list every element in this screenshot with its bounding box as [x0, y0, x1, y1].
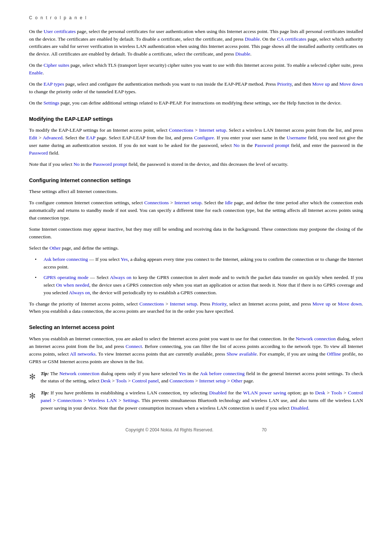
config-internet-heading: Configuring Internet connection settings — [29, 176, 363, 184]
ask-before-link[interactable]: Ask before connecting — [44, 257, 88, 262]
config-internet-para1: To configure common Internet connection … — [29, 199, 363, 222]
footer-copyright: Copyright © 2004 Nokia. All Rights Reser… — [125, 427, 213, 432]
offline-link[interactable]: Offline — [327, 351, 341, 357]
bullet-gprs-mode: GPRS operating mode — Select Always on t… — [40, 274, 363, 297]
config-internet-intro: These settings affect all Internet conne… — [29, 188, 363, 196]
gprs-mode-link[interactable]: GPRS operating mode — [44, 275, 89, 280]
config-internet-para3: Select the Other page, and define the se… — [29, 245, 363, 252]
network-connection-link[interactable]: Network connection — [296, 336, 336, 341]
config-bullet-list: Ask before connecting — If you select Ye… — [40, 256, 363, 297]
edit-link[interactable]: Edit — [29, 135, 37, 140]
password-prompt2-link[interactable]: Password prompt — [93, 161, 127, 167]
ask-before2-link[interactable]: Ask before connecting — [200, 371, 245, 376]
settings-link[interactable]: Settings — [44, 100, 60, 106]
tip2-box: ✻ Tip: If you have problems in establish… — [29, 389, 363, 412]
tip2-icon: ✻ — [29, 390, 36, 402]
enable-link[interactable]: Enable — [29, 70, 42, 75]
user-certificates-link[interactable]: User certificates — [44, 29, 75, 34]
internet-setup2-link[interactable]: Internet setup — [175, 200, 201, 205]
other1-link[interactable]: Other — [49, 245, 61, 251]
no1-link[interactable]: No — [233, 143, 240, 148]
bullet-ask-before: Ask before connecting — If you select Ye… — [40, 256, 363, 271]
wireless-lan-link[interactable]: Wireless LAN — [88, 398, 117, 403]
eap-types-link[interactable]: EAP types — [44, 81, 64, 87]
eap-types-paragraph: On the EAP types page, select and config… — [29, 81, 363, 96]
move-down-link[interactable]: Move down — [339, 81, 363, 87]
desk2-link[interactable]: Desk — [315, 390, 325, 395]
tip1-text: Tip: The Network connection dialog opens… — [41, 370, 363, 385]
priority-link[interactable]: Priority — [277, 81, 291, 87]
select-access-para1: When you establish an Internet connectio… — [29, 335, 363, 366]
internet-setup4-link[interactable]: Internet setup — [199, 378, 226, 383]
wlan-power-link[interactable]: WLAN power saving — [243, 390, 286, 395]
no2-link[interactable]: No — [74, 161, 80, 167]
yes2-link[interactable]: Yes — [179, 371, 186, 376]
disabled1-link[interactable]: Disabled — [209, 390, 226, 395]
configure-link[interactable]: Configure — [194, 135, 214, 140]
always-on1-link[interactable]: Always on — [110, 275, 131, 280]
show-available-link[interactable]: Show available — [226, 351, 257, 357]
internet-setup1-link[interactable]: Internet setup — [199, 127, 226, 133]
yes1-link[interactable]: Yes — [121, 257, 128, 262]
config-internet-para4: To change the priority of Internet acces… — [29, 300, 363, 316]
network-connection2-link[interactable]: Network connection — [60, 371, 100, 376]
settings-paragraph: On the Settings page, you can define add… — [29, 99, 363, 107]
user-certs-paragraph: On the User certificates page, select th… — [29, 28, 363, 58]
footer: Copyright © 2004 Nokia. All Rights Reser… — [29, 427, 363, 434]
eap-leap-note: Note that if you select No in the Passwo… — [29, 161, 363, 168]
tools1-link[interactable]: Tools — [116, 378, 127, 383]
eap-leap-body: To modify the EAP-LEAP settings for an I… — [29, 127, 363, 157]
settings2-link[interactable]: Settings — [123, 398, 139, 403]
username-link[interactable]: Username — [287, 135, 307, 140]
tip1-box: ✻ Tip: The Network connection dialog ope… — [29, 370, 363, 385]
password-link[interactable]: Password — [29, 150, 48, 156]
cipher-suites-link[interactable]: Cipher suites — [44, 62, 69, 68]
connections4-link[interactable]: Connections — [170, 378, 194, 383]
on-when-needed-link[interactable]: On when needed — [56, 282, 89, 288]
tip2-text: Tip: If you have problems in establishin… — [41, 389, 363, 412]
disabled2-link[interactable]: Disabled — [291, 405, 308, 411]
connections5-link[interactable]: Connections — [57, 398, 82, 403]
disable2-link[interactable]: Disable — [235, 51, 250, 57]
footer-page-number: 70 — [262, 427, 266, 432]
move-up-link[interactable]: Move up — [312, 81, 330, 87]
all-networks-link[interactable]: All networks — [70, 351, 96, 357]
move-down2-link[interactable]: Move down — [338, 301, 362, 307]
eap-link[interactable]: EAP — [86, 135, 95, 140]
move-up2-link[interactable]: Move up — [313, 301, 330, 307]
other2-link[interactable]: Other — [231, 378, 242, 383]
password-prompt1-link[interactable]: Password prompt — [254, 143, 289, 148]
cipher-suites-paragraph: On the Cipher suites page, select which … — [29, 62, 363, 77]
idle-link[interactable]: Idle — [225, 200, 233, 205]
tip1-icon: ✻ — [29, 371, 36, 383]
connect-link[interactable]: Connect — [126, 344, 142, 349]
config-internet-para2: Some Internet connections may appear ina… — [29, 226, 363, 241]
connections2-link[interactable]: Connections — [144, 200, 169, 205]
ca-certificates-link[interactable]: CA certificates — [277, 36, 306, 42]
disable1-link[interactable]: Disable — [245, 36, 260, 42]
always-on2-link[interactable]: Always on — [69, 290, 90, 295]
tools2-link[interactable]: Tools — [331, 390, 342, 395]
connections1-link[interactable]: Connections — [169, 127, 193, 133]
connections3-link[interactable]: Connections — [139, 301, 164, 307]
select-access-heading: Selecting an Internet access point — [29, 323, 363, 331]
advanced-link[interactable]: Advanced — [43, 135, 63, 140]
priority2-link[interactable]: Priority — [212, 301, 226, 307]
desk1-link[interactable]: Desk — [101, 378, 111, 383]
control-panel-header: C o n t r o l p a n e l — [29, 15, 363, 21]
internet-setup3-link[interactable]: Internet setup — [170, 301, 197, 307]
eap-leap-heading: Modifying the EAP-LEAP settings — [29, 115, 363, 123]
control-panel1-link[interactable]: Control panel — [132, 378, 159, 383]
